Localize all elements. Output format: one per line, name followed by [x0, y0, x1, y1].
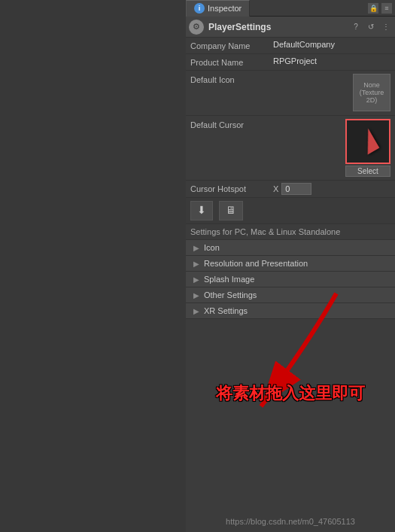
company-name-row: Company Name DefaultCompany [186, 38, 395, 54]
settings-label: Settings for PC, Mac & Linux Standalone [186, 224, 395, 240]
more-button[interactable]: ≡ [381, 3, 392, 14]
chevron-icon: ▶ [193, 275, 199, 284]
select-button[interactable]: Select [345, 166, 390, 177]
icon-section-label: Icon [204, 243, 220, 252]
none-label: None [363, 81, 380, 89]
hotspot-x-input[interactable] [281, 183, 311, 195]
download-icon: ⬇ [197, 204, 206, 216]
product-name-label: Product Name [190, 56, 273, 67]
default-cursor-label: Default Cursor [190, 119, 273, 129]
product-name-value[interactable]: RPGProject [273, 56, 390, 65]
player-settings-header: ⚙ PlayerSettings ? ↺ ⋮ [186, 17, 395, 38]
inspector-tab[interactable]: i Inspector [186, 0, 250, 17]
lock-button[interactable]: 🔒 [368, 3, 378, 14]
monitor-platform-button[interactable]: 🖥 [219, 201, 243, 220]
tab-bar: i Inspector 🔒 ≡ [186, 0, 395, 17]
other-section-button[interactable]: ▶ Other Settings [186, 287, 395, 303]
default-icon-placeholder[interactable]: None (Texture 2D) [353, 74, 390, 111]
default-icon-label: Default Icon [190, 74, 273, 84]
resolution-section-button[interactable]: ▶ Resolution and Presentation [186, 256, 395, 272]
company-name-value[interactable]: DefaultCompany [273, 40, 390, 49]
refresh-button[interactable]: ↺ [365, 21, 377, 33]
download-platform-button[interactable]: ⬇ [190, 201, 213, 220]
info-icon: i [194, 3, 205, 14]
cursor-preview-wrap: Select [345, 119, 390, 177]
icon-section-button[interactable]: ▶ Icon [186, 240, 395, 256]
chevron-icon: ▶ [193, 244, 199, 252]
default-cursor-section: Default Cursor Select [186, 116, 395, 181]
footer-url: https://blog.csdn.net/m0_47605113 [186, 517, 395, 526]
cursor-hotspot-row: Cursor Hotspot X [186, 181, 395, 198]
splash-section-label: Splash Image [204, 275, 254, 284]
xr-section-label: XR Settings [204, 306, 248, 315]
header-icons: ? ↺ ⋮ [350, 21, 392, 33]
help-button[interactable]: ? [350, 21, 362, 33]
splash-section-button[interactable]: ▶ Splash Image [186, 272, 395, 287]
monitor-icon: 🖥 [226, 204, 236, 216]
inspector-panel: i Inspector 🔒 ≡ ⚙ PlayerSettings ? ↺ ⋮ C… [186, 0, 395, 532]
header-title: PlayerSettings [208, 22, 350, 32]
cursor-preview[interactable] [345, 119, 390, 164]
platform-row: ⬇ 🖥 [186, 198, 395, 224]
texture-label: (Texture 2D) [354, 89, 390, 104]
tab-controls: 🔒 ≡ [368, 3, 395, 14]
cursor-hotspot-label: Cursor Hotspot [190, 184, 273, 193]
chevron-icon: ▶ [193, 291, 199, 299]
gear-icon: ⚙ [189, 20, 204, 35]
company-name-label: Company Name [190, 40, 273, 50]
tab-label: Inspector [208, 4, 242, 13]
other-section-label: Other Settings [204, 290, 257, 299]
left-panel [0, 0, 186, 532]
chevron-icon: ▶ [193, 307, 199, 315]
resolution-section-label: Resolution and Presentation [204, 259, 308, 268]
xr-section-button[interactable]: ▶ XR Settings [186, 303, 395, 319]
cursor-arrow-icon [357, 129, 380, 155]
chevron-icon: ▶ [193, 260, 199, 268]
product-name-row: Product Name RPGProject [186, 54, 395, 71]
menu-button[interactable]: ⋮ [380, 21, 392, 33]
x-label: X [273, 184, 278, 193]
default-icon-section: Default Icon None (Texture 2D) [186, 71, 395, 116]
